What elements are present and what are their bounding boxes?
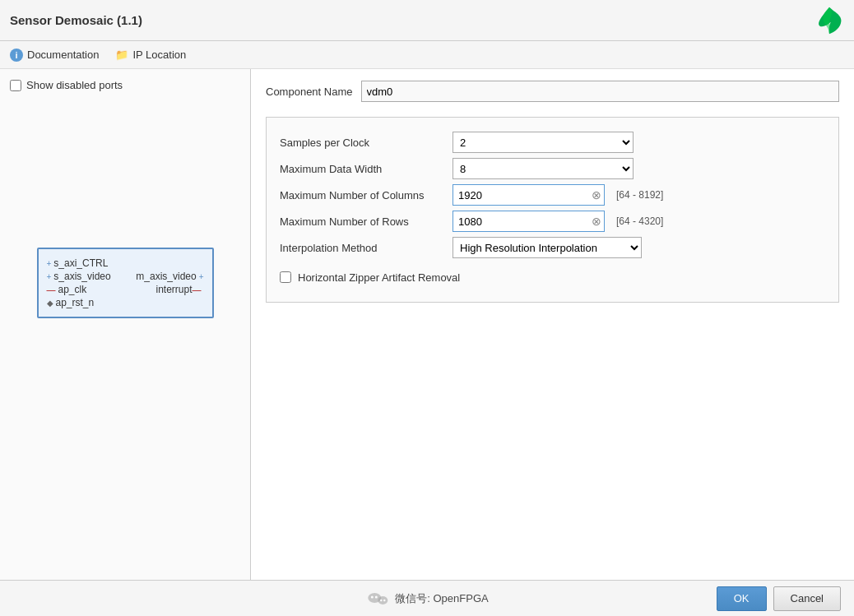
show-ports-checkbox[interactable] <box>10 80 21 91</box>
config-row-samples: Samples per Clock 1 2 4 <box>280 129 825 155</box>
samples-label: Samples per Clock <box>280 137 453 149</box>
interpolation-select[interactable]: High Resolution Interpolation Bilinear E… <box>453 237 642 258</box>
port-icon-0: + <box>47 259 52 268</box>
svg-point-4 <box>380 599 382 600</box>
port-icon-2: — <box>47 285 56 294</box>
svg-point-2 <box>371 595 374 598</box>
zipper-label: Horizontal Zipper Artifact Removal <box>298 271 460 284</box>
port-name-right-1: m_axis_video <box>136 271 196 282</box>
left-panel: Show disabled ports + s_axi_CTRL + s_axi… <box>0 69 251 580</box>
interpolation-label: Interpolation Method <box>280 242 453 254</box>
datawidth-select[interactable]: 8 10 12 16 <box>453 158 634 179</box>
port-icon-1: + <box>47 272 52 281</box>
samples-select[interactable]: 1 2 4 <box>453 132 634 153</box>
config-section: Samples per Clock 1 2 4 Maximum Data Wid… <box>266 117 839 303</box>
show-ports-text: Show disabled ports <box>26 79 123 91</box>
rows-clear-icon[interactable]: ⊗ <box>592 215 601 227</box>
port-row-0: + s_axi_CTRL <box>47 257 204 269</box>
folder-icon: 📁 <box>115 49 128 61</box>
samples-control: 1 2 4 <box>453 132 634 153</box>
rows-input-wrapper: ⊗ <box>453 211 605 232</box>
interpolation-control: High Resolution Interpolation Bilinear E… <box>453 237 642 258</box>
columns-clear-icon[interactable]: ⊗ <box>592 189 601 201</box>
app-logo <box>815 6 844 35</box>
port-icon-right-1: + <box>199 272 204 281</box>
nav-bar: i Documentation 📁 IP Location <box>0 41 854 69</box>
documentation-nav[interactable]: i Documentation <box>10 49 99 62</box>
ip-location-label: IP Location <box>132 49 186 61</box>
rows-label: Maximum Number of Rows <box>280 215 453 228</box>
config-row-columns: Maximum Number of Columns ⊗ [64 - 8192] <box>280 182 825 208</box>
rows-control: ⊗ [64 - 4320] <box>453 211 663 232</box>
watermark-text: 微信号: OpenFPGA <box>395 591 488 606</box>
datawidth-label: Maximum Data Width <box>280 163 453 175</box>
documentation-label: Documentation <box>27 49 99 61</box>
info-icon: i <box>10 49 23 62</box>
port-icon-right-2: — <box>193 285 202 294</box>
svg-point-3 <box>375 595 378 598</box>
zipper-checkbox[interactable] <box>280 271 291 283</box>
component-name-row: Component Name <box>266 81 839 102</box>
footer-bar: 微信号: OpenFPGA OK Cancel <box>0 580 854 616</box>
component-name-input[interactable] <box>361 81 840 102</box>
block-diagram: + s_axi_CTRL + s_axis_video m_axis_video… <box>10 248 240 318</box>
main-content: Show disabled ports + s_axi_CTRL + s_axi… <box>0 69 854 580</box>
port-name-0: s_axi_CTRL <box>53 257 108 269</box>
ok-button[interactable]: OK <box>717 586 767 611</box>
show-ports-label[interactable]: Show disabled ports <box>10 79 240 91</box>
port-row-3: ◆ ap_rst_n <box>47 297 204 308</box>
columns-control: ⊗ [64 - 8192] <box>453 184 663 206</box>
port-name-3: ap_rst_n <box>56 297 95 308</box>
ip-location-nav[interactable]: 📁 IP Location <box>115 49 186 61</box>
header: Sensor Demosaic (1.1) <box>0 0 854 41</box>
component-name-label: Component Name <box>266 86 353 98</box>
columns-input[interactable] <box>453 184 605 206</box>
config-row-rows: Maximum Number of Rows ⊗ [64 - 4320] <box>280 208 825 234</box>
footer-watermark: 微信号: OpenFPGA <box>365 586 488 611</box>
block-box: + s_axi_CTRL + s_axis_video m_axis_video… <box>37 248 214 318</box>
cancel-button[interactable]: Cancel <box>773 586 841 611</box>
columns-hint: [64 - 8192] <box>616 189 663 201</box>
svg-point-5 <box>383 599 385 600</box>
config-row-datawidth: Maximum Data Width 8 10 12 16 <box>280 155 825 182</box>
columns-label: Maximum Number of Columns <box>280 189 453 201</box>
config-row-interpolation: Interpolation Method High Resolution Int… <box>280 234 825 261</box>
port-name-right-2: interrupt <box>155 284 192 295</box>
datawidth-control: 8 10 12 16 <box>453 158 634 179</box>
checkbox-row: Horizontal Zipper Artifact Removal <box>280 264 825 290</box>
port-name-left-2: ap_clk <box>58 284 87 295</box>
port-name-left-1: s_axis_video <box>53 271 110 282</box>
right-panel: Component Name Samples per Clock 1 2 4 M… <box>251 69 854 580</box>
app-title: Sensor Demosaic (1.1) <box>10 13 142 27</box>
port-icon-3: ◆ <box>47 299 53 308</box>
rows-input[interactable] <box>453 211 605 232</box>
port-row-2: — ap_clk interrupt — <box>47 284 204 295</box>
port-row-1: + s_axis_video m_axis_video + <box>47 271 204 282</box>
svg-point-1 <box>378 596 388 604</box>
wechat-icon <box>365 586 390 611</box>
columns-input-wrapper: ⊗ <box>453 184 605 206</box>
rows-hint: [64 - 4320] <box>616 215 663 227</box>
